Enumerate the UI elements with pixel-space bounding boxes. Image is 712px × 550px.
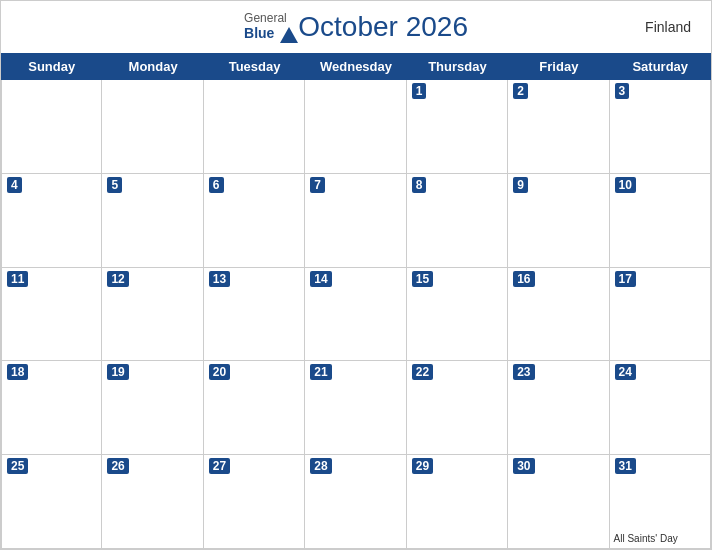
day-number: 24	[615, 364, 636, 380]
day-cell: 1	[407, 80, 508, 174]
calendar-header: General Blue October 2026 Finland	[1, 1, 711, 53]
svg-marker-0	[280, 27, 298, 43]
empty-cell	[102, 80, 203, 174]
day-cell: 3	[610, 80, 711, 174]
day-cell: 20	[204, 361, 305, 455]
calendar-grid: 1234567891011121314151617181920212223242…	[1, 80, 711, 549]
day-number: 25	[7, 458, 28, 474]
day-cell: 6	[204, 174, 305, 268]
day-number: 15	[412, 271, 433, 287]
day-number: 17	[615, 271, 636, 287]
day-cell: 22	[407, 361, 508, 455]
day-number: 21	[310, 364, 331, 380]
day-cell: 24	[610, 361, 711, 455]
days-header: Sunday Monday Tuesday Wednesday Thursday…	[1, 53, 711, 80]
day-cell: 13	[204, 268, 305, 362]
logo-blue: Blue	[244, 25, 298, 42]
day-cell: 28	[305, 455, 406, 549]
day-thursday: Thursday	[407, 53, 508, 80]
day-saturday: Saturday	[610, 53, 711, 80]
country-label: Finland	[645, 19, 691, 35]
day-cell: 11	[1, 268, 102, 362]
calendar-container: General Blue October 2026 Finland Sunday…	[0, 0, 712, 550]
day-number: 27	[209, 458, 230, 474]
day-number: 19	[107, 364, 128, 380]
logo-icon	[280, 27, 298, 43]
day-number: 20	[209, 364, 230, 380]
empty-cell	[1, 80, 102, 174]
day-cell: 19	[102, 361, 203, 455]
day-number: 3	[615, 83, 630, 99]
day-cell: 16	[508, 268, 609, 362]
day-cell: 15	[407, 268, 508, 362]
day-number: 16	[513, 271, 534, 287]
logo: General Blue	[244, 11, 298, 42]
day-cell: 2	[508, 80, 609, 174]
day-number: 28	[310, 458, 331, 474]
day-cell: 23	[508, 361, 609, 455]
day-cell: 5	[102, 174, 203, 268]
day-number: 1	[412, 83, 427, 99]
day-tuesday: Tuesday	[204, 53, 305, 80]
day-number: 31	[615, 458, 636, 474]
day-number: 4	[7, 177, 22, 193]
empty-cell	[305, 80, 406, 174]
logo-general: General	[244, 11, 298, 25]
day-cell: 26	[102, 455, 203, 549]
day-number: 9	[513, 177, 528, 193]
day-monday: Monday	[102, 53, 203, 80]
day-sunday: Sunday	[1, 53, 102, 80]
day-cell: 14	[305, 268, 406, 362]
day-cell: 7	[305, 174, 406, 268]
day-cell: 4	[1, 174, 102, 268]
day-number: 11	[7, 271, 28, 287]
empty-cell	[204, 80, 305, 174]
day-number: 23	[513, 364, 534, 380]
day-number: 14	[310, 271, 331, 287]
day-number: 13	[209, 271, 230, 287]
day-number: 30	[513, 458, 534, 474]
day-cell: 21	[305, 361, 406, 455]
day-cell: 18	[1, 361, 102, 455]
day-cell: 25	[1, 455, 102, 549]
day-number: 22	[412, 364, 433, 380]
day-cell: 30	[508, 455, 609, 549]
day-event: All Saints' Day	[614, 533, 706, 544]
day-cell: 29	[407, 455, 508, 549]
day-number: 7	[310, 177, 325, 193]
day-number: 2	[513, 83, 528, 99]
day-friday: Friday	[508, 53, 609, 80]
day-cell: 31All Saints' Day	[610, 455, 711, 549]
day-number: 6	[209, 177, 224, 193]
day-cell: 9	[508, 174, 609, 268]
logo-texts: General Blue	[244, 11, 298, 42]
day-cell: 12	[102, 268, 203, 362]
day-cell: 8	[407, 174, 508, 268]
calendar-title: October 2026	[298, 11, 468, 43]
day-number: 5	[107, 177, 122, 193]
day-number: 29	[412, 458, 433, 474]
day-cell: 27	[204, 455, 305, 549]
day-number: 8	[412, 177, 427, 193]
day-cell: 10	[610, 174, 711, 268]
day-number: 26	[107, 458, 128, 474]
day-number: 10	[615, 177, 636, 193]
day-number: 18	[7, 364, 28, 380]
day-cell: 17	[610, 268, 711, 362]
day-number: 12	[107, 271, 128, 287]
day-wednesday: Wednesday	[305, 53, 406, 80]
